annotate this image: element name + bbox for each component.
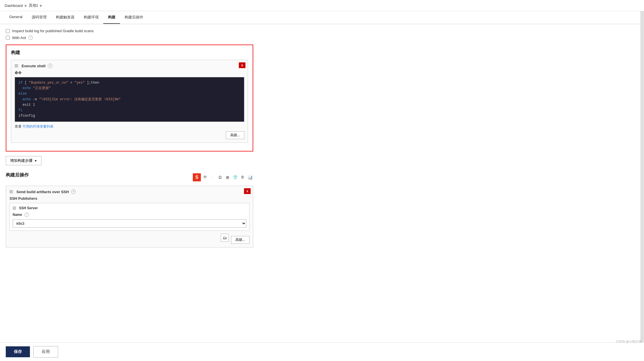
bottom-bar: 保存 应用 <box>0 342 644 361</box>
breadcrumb-arrow-1: ▶ <box>25 4 27 7</box>
execute-shell-card: Execute shell ? x 命令 if [ "$update_yes_o… <box>11 60 248 143</box>
inspect-gradle-row: Inspect build log for published Gradle b… <box>6 29 253 33</box>
env-link[interactable]: 可用的环境变量列表 <box>22 124 54 128</box>
tab-triggers[interactable]: 构建触发器 <box>51 11 79 24</box>
add-step-label: 增加构建步骤 <box>10 158 33 163</box>
breadcrumb-dashboard[interactable]: Dashboard <box>5 3 23 8</box>
ssh-server-label: SSH Server <box>19 206 38 210</box>
env-link-row: 查看 可用的环境变量列表 <box>15 124 244 129</box>
env-link-prefix: 查看 <box>15 124 22 128</box>
post-build-header: 构建后操作 S 中 · Ω ⊞ 👕 全 📊 <box>6 172 253 182</box>
ssh-server-header: SSH Server <box>13 206 246 210</box>
tab-general[interactable]: General <box>5 11 27 24</box>
ssh-step-header: Send build artifacts over SSH ? <box>9 189 249 194</box>
right-scrollbar[interactable] <box>641 11 644 361</box>
post-build-section: 构建后操作 S 中 · Ω ⊞ 👕 全 📊 <box>6 172 253 247</box>
ssh-drag-handle[interactable] <box>9 190 13 193</box>
toolbar-dot-icon: · <box>209 174 216 180</box>
toolbar-shirt-icon[interactable]: 👕 <box>232 174 238 180</box>
tab-post-build[interactable]: 构建后操作 <box>120 11 148 24</box>
ssh-server-drag-handle[interactable] <box>13 207 16 210</box>
toolbar-chinese-icon[interactable]: 中 <box>202 174 208 180</box>
toolbar-s-icon: S <box>193 173 201 181</box>
toolbar-icons: S 中 · Ω ⊞ 👕 全 📊 <box>193 173 253 181</box>
execute-shell-help-icon[interactable]: ? <box>48 64 52 68</box>
with-ant-help-icon[interactable]: ? <box>28 35 33 40</box>
execute-shell-title: Execute shell <box>22 64 45 68</box>
ssh-step-title: Send build artifacts over SSH <box>16 190 69 194</box>
name-field-label: Name <box>13 213 22 217</box>
save-button[interactable]: 保存 <box>6 346 30 357</box>
toolbar-quan-icon[interactable]: 全 <box>239 174 246 180</box>
inspect-gradle-checkbox[interactable] <box>6 29 10 33</box>
post-build-title: 构建后操作 <box>6 172 29 178</box>
ssh-publishers-title: SSH Publishers <box>9 196 249 201</box>
apply-button[interactable]: 应用 <box>33 346 58 358</box>
watermark: CSDN @小明大强 <box>616 339 642 344</box>
execute-shell-delete-btn[interactable]: x <box>239 62 245 68</box>
ssh-server-card: SSH Server Name ? k8s3 k8s1 k8s2 <box>9 203 249 231</box>
execute-shell-header: Execute shell ? <box>15 64 244 68</box>
build-section-title: 构建 <box>11 50 248 56</box>
tab-bar: General 源码管理 构建触发器 构建环境 构建 构建后操作 <box>0 11 641 24</box>
drag-handle[interactable] <box>15 64 18 67</box>
with-ant-label: With Ant <box>12 36 26 40</box>
code-editor[interactable]: if [ "$update_yes_or_no" = "yes" ];then … <box>15 77 244 122</box>
card-actions: 🗂 高级... <box>9 234 249 244</box>
tab-source[interactable]: 源码管理 <box>27 11 51 24</box>
toolbar-chart-icon[interactable]: 📊 <box>247 174 253 180</box>
ssh-step-delete-btn[interactable]: x <box>244 188 251 194</box>
with-ant-row: With Ant ? <box>6 35 253 40</box>
breadcrumb-arrow-2: ▶ <box>40 4 42 7</box>
ssh-step-help-icon[interactable]: ? <box>71 189 76 194</box>
name-row: Name ? <box>13 212 246 217</box>
name-help-icon[interactable]: ? <box>24 212 29 217</box>
command-label: 命令 <box>15 70 244 75</box>
ssh-step-card: Send build artifacts over SSH ? x SSH Pu… <box>6 186 253 247</box>
ssh-advanced-btn[interactable]: 高级... <box>231 236 249 244</box>
inspect-gradle-label: Inspect build log for published Gradle b… <box>12 29 94 33</box>
toolbar-grid-icon[interactable]: ⊞ <box>224 174 231 180</box>
add-step-area: 增加构建步骤 ▼ <box>6 156 253 165</box>
tab-build-env[interactable]: 构建环境 <box>79 11 103 24</box>
ssh-server-select[interactable]: k8s3 k8s1 k8s2 <box>13 219 246 228</box>
toolbar-omega-icon[interactable]: Ω <box>217 174 223 180</box>
add-step-dropdown-arrow: ▼ <box>34 159 37 162</box>
tab-build[interactable]: 构建 <box>103 11 120 24</box>
with-ant-checkbox[interactable] <box>6 36 10 40</box>
execute-shell-advanced-btn[interactable]: 高级... <box>226 131 244 139</box>
breadcrumb: Dashboard ▶ 其他1 ▶ <box>0 0 644 11</box>
ssh-icon-btn[interactable]: 🗂 <box>221 234 229 242</box>
breadcrumb-other[interactable]: 其他1 <box>29 3 38 8</box>
build-section: 构建 Execute shell ? x 命令 if [ "$update_ye… <box>6 45 253 151</box>
add-step-button[interactable]: 增加构建步骤 ▼ <box>6 156 41 165</box>
